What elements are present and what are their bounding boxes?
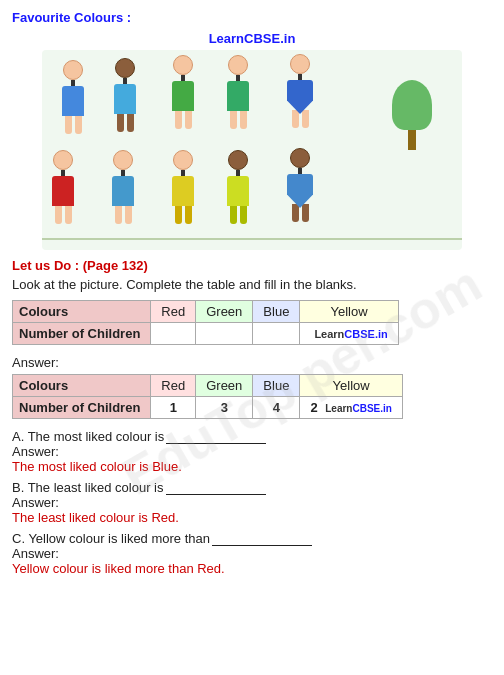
ans-val-blue: 4	[253, 397, 300, 419]
child-2	[114, 58, 136, 132]
brand-learn: Learn	[209, 31, 244, 46]
qa-item-a: A. The most liked colour is Answer: The …	[12, 429, 492, 474]
blank-a	[166, 443, 266, 444]
learn-cbse-logo-inline: LearnCBSE.in	[314, 328, 387, 340]
table-data-row: Number of Children LearnCBSE.in	[13, 323, 399, 345]
ans-col-colours: Colours	[13, 375, 151, 397]
children-illustration	[42, 50, 462, 250]
answer-text-c: Yellow colour is liked more than Red.	[12, 561, 492, 576]
ground-line	[42, 238, 462, 240]
answer-table: Colours Red Green Blue Yellow Number of …	[12, 374, 403, 419]
col-header-green: Green	[196, 301, 253, 323]
answer-table-wrapper: Colours Red Green Blue Yellow Number of …	[12, 374, 492, 419]
col-header-red: Red	[151, 301, 196, 323]
table-header-row: Colours Red Green Blue Yellow	[13, 301, 399, 323]
cell-yellow-with-logo: LearnCBSE.in	[300, 323, 398, 345]
question-b: B. The least liked colour is	[12, 480, 492, 495]
answer-data-row: Number of Children 1 3 4 2 LearnCBSE.in	[13, 397, 403, 419]
child-3	[172, 55, 194, 129]
child-8	[172, 150, 194, 224]
ans-val-red: 1	[151, 397, 196, 419]
cell-red-empty	[151, 323, 196, 345]
qa-item-b: B. The least liked colour is Answer: The…	[12, 480, 492, 525]
qa-item-c: C. Yellow colour is liked more than Answ…	[12, 531, 492, 576]
answer-text-a: The most liked colour is Blue.	[12, 459, 492, 474]
answer-label-a: Answer:	[12, 444, 492, 459]
ans-val-yellow: 2 LearnCBSE.in	[300, 397, 403, 419]
ans-col-red: Red	[151, 375, 196, 397]
ans-col-yellow: Yellow	[300, 375, 403, 397]
answer-header-row: Colours Red Green Blue Yellow	[13, 375, 403, 397]
answer-label-1: Answer:	[12, 355, 492, 370]
child-10	[287, 148, 313, 222]
question-c: C. Yellow colour is liked more than	[12, 531, 492, 546]
instruction: Look at the picture. Complete the table …	[12, 277, 492, 292]
cell-green-empty	[196, 323, 253, 345]
section-title: Let us Do : (Page 132)	[12, 258, 492, 273]
page-title: Favourite Colours :	[12, 10, 492, 25]
child-5	[287, 54, 313, 128]
question-table: Colours Red Green Blue Yellow Number of …	[12, 300, 399, 345]
cell-blue-empty	[253, 323, 300, 345]
child-6	[52, 150, 74, 224]
brand-watermark: LearnCBSE.in	[209, 31, 296, 46]
col-header-yellow: Yellow	[300, 301, 398, 323]
answer-label-c: Answer:	[12, 546, 492, 561]
col-header-colours: Colours	[13, 301, 151, 323]
qa-section: A. The most liked colour is Answer: The …	[12, 429, 492, 576]
answer-text-b: The least liked colour is Red.	[12, 510, 492, 525]
child-1	[62, 60, 84, 134]
brand-cbse: CBSE.in	[244, 31, 295, 46]
ans-row-label: Number of Children	[13, 397, 151, 419]
question-a: A. The most liked colour is	[12, 429, 492, 444]
ans-val-green: 3	[196, 397, 253, 419]
image-area: LearnCBSE.in	[12, 31, 492, 250]
ans-col-green: Green	[196, 375, 253, 397]
col-header-blue: Blue	[253, 301, 300, 323]
blank-b	[166, 494, 266, 495]
answer-label-b: Answer:	[12, 495, 492, 510]
blank-c	[212, 545, 312, 546]
learn-cbse-logo-answer: LearnCBSE.in	[325, 403, 392, 414]
child-7	[112, 150, 134, 224]
row-label-children: Number of Children	[13, 323, 151, 345]
child-4	[227, 55, 249, 129]
question-table-wrapper: Colours Red Green Blue Yellow Number of …	[12, 300, 492, 345]
tree-decoration	[392, 80, 432, 150]
child-9	[227, 150, 249, 224]
ans-col-blue: Blue	[253, 375, 300, 397]
